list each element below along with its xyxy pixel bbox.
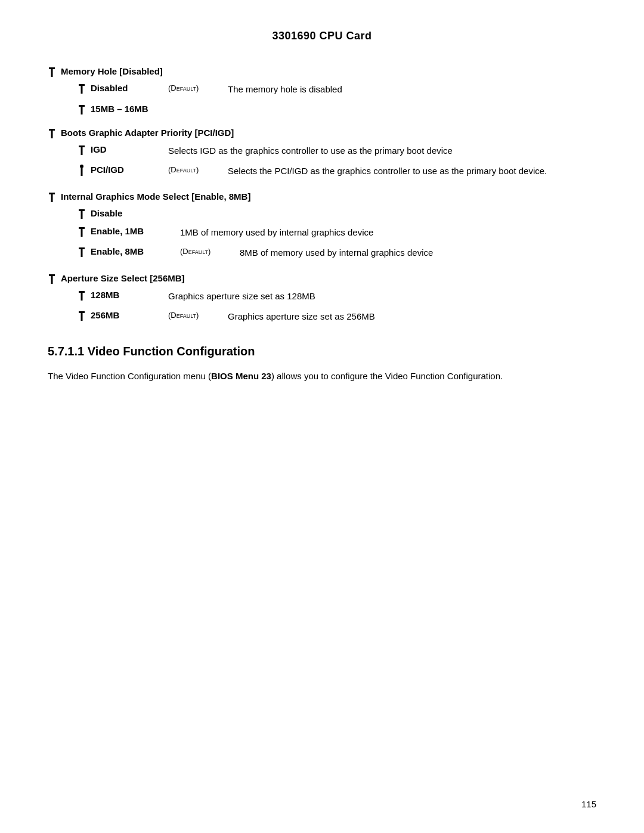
internal-graphics-title: Internal Graphics Mode Select [Enable, 8… (61, 191, 250, 202)
item-label-pciigd: PCI/IGD (91, 165, 168, 175)
bullet-icon-internal (48, 191, 56, 202)
video-section-title: 5.7.1.1 Video Function Configuration (48, 345, 596, 358)
item-label-128mb: 128MB (91, 290, 168, 300)
boots-graphic-items: IGD Selects IGD as the graphics controll… (78, 144, 596, 178)
bullet-icon-disable (78, 208, 86, 219)
item-desc-pciigd: Selects the PCI/IGD as the graphics cont… (228, 165, 596, 178)
item-default-256mb: (Default) (168, 310, 228, 320)
item-desc-enable8mb: 8MB of memory used by internal graphics … (240, 246, 596, 260)
bullet-icon-boots (48, 128, 56, 138)
video-text-after: ) allows you to configure the Video Func… (271, 371, 503, 381)
item-label-enable1mb: Enable, 1MB (91, 226, 180, 236)
bullet-icon-15mb (78, 104, 86, 114)
page-title: 3301690 CPU Card (272, 30, 371, 42)
bullet-icon-enable8mb (78, 246, 86, 257)
item-label-enable8mb: Enable, 8MB (91, 246, 180, 256)
video-bold-text: BIOS Menu 23 (211, 371, 271, 381)
bullet-icon-igd (78, 144, 86, 155)
item-label-15mb: 15MB – 16MB (91, 104, 168, 114)
boots-graphic-heading: Boots Graphic Adapter Priority [PCI/IGD] (48, 128, 596, 138)
list-item: 256MB (Default) Graphics aperture size s… (78, 310, 596, 324)
bullet-icon-pciigd (78, 165, 86, 176)
item-label-256mb: 256MB (91, 310, 168, 320)
list-item: 128MB Graphics aperture size set as 128M… (78, 290, 596, 304)
bullet-icon-enable1mb (78, 226, 86, 237)
item-desc-256mb: Graphics aperture size set as 256MB (228, 310, 596, 324)
item-default-enable8mb: (Default) (180, 246, 240, 256)
boots-graphic-title: Boots Graphic Adapter Priority [PCI/IGD] (61, 128, 234, 138)
page-number: 115 (581, 799, 596, 809)
list-item: 15MB – 16MB (78, 104, 596, 114)
list-item: Disabled (Default) The memory hole is di… (78, 83, 596, 97)
page-container: 3301690 CPU Card Memory Hole [Disabled] … (0, 0, 644, 833)
item-desc-igd: Selects IGD as the graphics controller t… (168, 144, 596, 158)
item-desc-128mb: Graphics aperture size set as 128MB (168, 290, 596, 304)
memory-hole-title: Memory Hole [Disabled] (61, 66, 163, 76)
list-item: Enable, 8MB (Default) 8MB of memory used… (78, 246, 596, 260)
internal-graphics-heading: Internal Graphics Mode Select [Enable, 8… (48, 191, 596, 202)
aperture-size-section: Aperture Size Select [256MB] 128MB Graph… (48, 273, 596, 324)
page-header: 3301690 CPU Card (48, 30, 596, 42)
item-default-disabled: (Default) (168, 83, 228, 92)
video-section-text: The Video Function Configuration menu (B… (48, 369, 596, 383)
video-text-before: The Video Function Configuration menu ( (48, 371, 211, 381)
aperture-size-title: Aperture Size Select [256MB] (61, 273, 185, 283)
aperture-size-heading: Aperture Size Select [256MB] (48, 273, 596, 284)
item-label-disable: Disable (91, 208, 168, 218)
internal-graphics-section: Internal Graphics Mode Select [Enable, 8… (48, 191, 596, 260)
boots-graphic-section: Boots Graphic Adapter Priority [PCI/IGD]… (48, 128, 596, 178)
list-item: IGD Selects IGD as the graphics controll… (78, 144, 596, 158)
bullet-icon-256mb (78, 310, 86, 321)
list-item: PCI/IGD (Default) Selects the PCI/IGD as… (78, 165, 596, 178)
memory-hole-section: Memory Hole [Disabled] Disabled (Default… (48, 66, 596, 114)
item-desc-disabled: The memory hole is disabled (228, 83, 596, 97)
list-item: Enable, 1MB 1MB of memory used by intern… (78, 226, 596, 240)
item-default-pciigd: (Default) (168, 165, 228, 174)
bullet-icon-aperture (48, 273, 56, 284)
memory-hole-items: Disabled (Default) The memory hole is di… (78, 83, 596, 114)
item-label-igd: IGD (91, 144, 168, 154)
list-item: Disable (78, 208, 596, 219)
bullet-icon-memory-hole (48, 66, 56, 77)
item-desc-enable1mb: 1MB of memory used by internal graphics … (180, 226, 596, 240)
bullet-icon-128mb (78, 290, 86, 301)
aperture-size-items: 128MB Graphics aperture size set as 128M… (78, 290, 596, 324)
video-function-section: 5.7.1.1 Video Function Configuration The… (48, 345, 596, 383)
item-label-disabled: Disabled (91, 83, 168, 93)
memory-hole-heading: Memory Hole [Disabled] (48, 66, 596, 77)
bullet-icon-disabled (78, 83, 86, 94)
internal-graphics-items: Disable Enable, 1MB 1MB of memory used b… (78, 208, 596, 260)
